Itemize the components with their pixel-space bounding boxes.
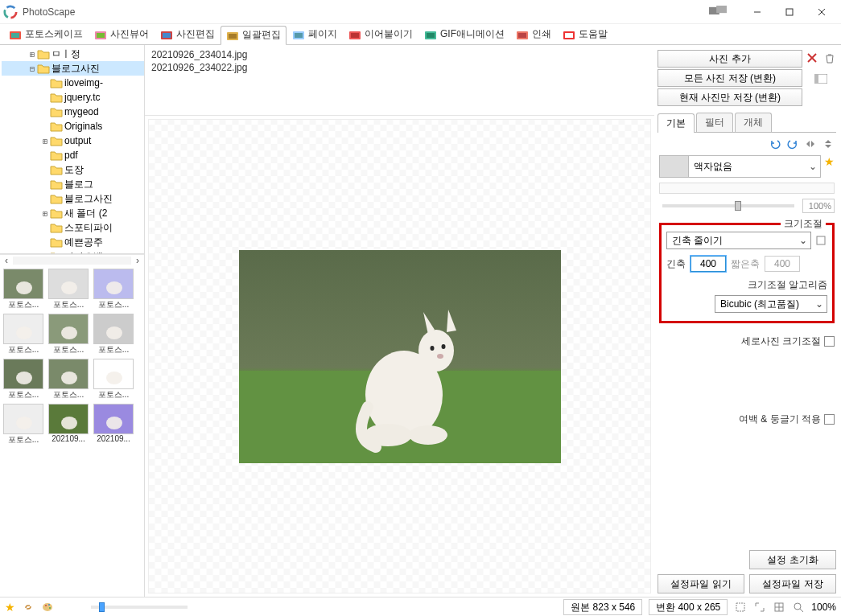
tree-item[interactable]: mygeod xyxy=(2,105,144,119)
monitors-icon[interactable] xyxy=(709,6,727,18)
save-current-button[interactable]: 현재 사진만 저장 (변환) xyxy=(658,88,802,106)
flip-v-icon[interactable] xyxy=(822,138,835,150)
sidebar-toggle-icon[interactable] xyxy=(814,72,827,85)
flip-h-icon[interactable] xyxy=(804,138,817,150)
tree-hscroll[interactable]: ‹ › xyxy=(0,254,144,265)
delete-icon[interactable] xyxy=(806,51,818,64)
main-tab-GIF애니메이션[interactable]: GIF애니메이션 xyxy=(418,25,510,44)
canvas-area[interactable] xyxy=(148,119,651,593)
magnify-icon[interactable] xyxy=(792,601,805,614)
tab-label: 인쇄 xyxy=(532,27,551,41)
frame-slider[interactable] xyxy=(659,183,835,194)
expand-icon[interactable] xyxy=(753,601,766,614)
chevron-down-icon[interactable]: ⌄ xyxy=(796,235,810,246)
tree-item[interactable]: 스포티파이 xyxy=(2,220,144,235)
thumbnail-grid[interactable]: 포토스...포토스...포토스...포토스...포토스...포토스...포토스.… xyxy=(0,265,144,597)
expand-icon[interactable]: ⊞ xyxy=(40,209,50,218)
chevron-down-icon[interactable]: ⌄ xyxy=(806,161,820,172)
star-icon[interactable]: ★ xyxy=(824,155,835,168)
resize-mode-select[interactable]: 긴축 줄이기 ⌄ xyxy=(666,232,811,249)
thumbnail-image xyxy=(3,404,43,434)
thumbnail[interactable]: 포토스... xyxy=(48,314,89,355)
grid-icon[interactable] xyxy=(773,601,785,614)
main-tab-일괄편집[interactable]: 일괄편집 xyxy=(221,26,287,45)
main-tab-사진편집[interactable]: 사진편집 xyxy=(155,25,221,44)
scroll-left-icon[interactable]: ‹ xyxy=(0,255,13,266)
opacity-slider[interactable] xyxy=(662,204,794,207)
tree-item[interactable]: ⊞output xyxy=(2,133,144,148)
expand-icon[interactable]: ⊞ xyxy=(27,50,37,59)
save-all-button[interactable]: 모든 사진 저장 (변환) xyxy=(658,69,802,87)
margin-round-checkbox[interactable] xyxy=(824,414,835,425)
zoom-slider[interactable] xyxy=(91,606,188,609)
thumbnail[interactable]: 포토스... xyxy=(3,314,43,355)
file-item[interactable]: 20210926_234022.jpg xyxy=(151,61,648,74)
long-side-input[interactable] xyxy=(691,256,726,272)
thumbnail[interactable]: 포토스... xyxy=(93,359,134,400)
thumbnail[interactable]: 포토스... xyxy=(3,269,43,310)
svg-point-42 xyxy=(61,372,77,384)
frame-select[interactable]: 액자없음 ⌄ xyxy=(659,155,821,178)
tree-item[interactable]: Originals xyxy=(2,119,144,133)
close-button[interactable] xyxy=(806,1,838,23)
thumbnail[interactable]: 202109... xyxy=(48,404,89,446)
portrait-resize-checkbox[interactable] xyxy=(824,336,835,347)
thumbnail[interactable]: 포토스... xyxy=(3,359,43,400)
tree-item[interactable]: iloveimg- xyxy=(2,76,144,90)
tree-item[interactable]: 블로그사진 xyxy=(2,191,144,206)
main-tab-포토스케이프[interactable]: 포토스케이프 xyxy=(3,25,89,44)
add-photo-button[interactable]: 사진 추가 xyxy=(658,50,802,68)
chevron-down-icon[interactable]: ⌄ xyxy=(812,298,827,310)
thumbnail[interactable]: 포토스... xyxy=(93,269,134,310)
folder-tree[interactable]: ⊞ㅁㅣ정⊟블로그사진iloveimg-jquery.tcmygeodOrigin… xyxy=(0,45,144,254)
main-tab-페이지[interactable]: 페이지 xyxy=(287,25,343,44)
maximize-button[interactable] xyxy=(773,1,806,23)
trash-icon[interactable] xyxy=(823,51,836,64)
link-icon[interactable] xyxy=(22,601,35,614)
tab-icon xyxy=(424,29,437,40)
palette-icon[interactable] xyxy=(41,601,54,614)
tree-item[interactable]: 블로그 xyxy=(2,177,144,191)
tab-filter[interactable]: 필터 xyxy=(696,113,733,132)
thumbnail[interactable]: 202109... xyxy=(93,404,134,446)
minimize-button[interactable] xyxy=(741,1,773,23)
main-tab-도움말[interactable]: 도움말 xyxy=(557,25,613,44)
resize-block: 크기조절 긴축 줄이기 ⌄ 긴축 짧은축 크기조절 알고리즘 xyxy=(659,223,835,323)
fit-icon[interactable] xyxy=(734,601,747,614)
main-tab-사진뷰어[interactable]: 사진뷰어 xyxy=(89,25,155,44)
tree-item[interactable]: 예쁜공주 xyxy=(2,235,144,249)
tree-item[interactable]: ⊟블로그사진 xyxy=(2,61,144,76)
tree-item[interactable]: jquery.tc xyxy=(2,90,144,105)
thumbnail-caption: 202109... xyxy=(48,434,89,443)
tree-item[interactable]: ⊞ㅁㅣ정 xyxy=(2,47,144,61)
algo-select[interactable]: Bicubic (최고품질) ⌄ xyxy=(715,295,827,313)
tree-item[interactable]: ⊞새 폴더 (2 xyxy=(2,206,144,220)
resize-extra-icon[interactable] xyxy=(814,234,827,247)
tab-object[interactable]: 개체 xyxy=(735,113,772,132)
tree-label: mygeod xyxy=(64,106,99,117)
main-tab-이어붙이기[interactable]: 이어붙이기 xyxy=(343,25,418,44)
save-config-button[interactable]: 설정파일 저장 xyxy=(749,574,836,593)
main-tab-인쇄[interactable]: 인쇄 xyxy=(510,25,557,44)
file-list[interactable]: 20210926_234014.jpg20210926_234022.jpg xyxy=(145,45,654,116)
folder-icon xyxy=(50,207,63,219)
right-panel: 사진 추가 모든 사진 저장 (변환) 현재 사진만 저장 (변환) 기본 필터… xyxy=(654,45,841,597)
tree-label: iloveimg- xyxy=(64,77,103,88)
redo-icon[interactable] xyxy=(786,138,799,150)
expand-icon[interactable]: ⊟ xyxy=(27,64,37,73)
favorite-icon[interactable]: ★ xyxy=(5,601,15,614)
undo-icon[interactable] xyxy=(769,138,781,150)
reset-settings-button[interactable]: 설정 초기화 xyxy=(749,550,836,569)
load-config-button[interactable]: 설정파일 읽기 xyxy=(658,574,744,593)
tab-basic[interactable]: 기본 xyxy=(658,113,695,133)
expand-icon[interactable]: ⊞ xyxy=(40,137,50,146)
thumbnail[interactable]: 포토스... xyxy=(48,359,89,400)
thumbnail[interactable]: 포토스... xyxy=(48,269,89,310)
thumbnail[interactable]: 포토스... xyxy=(93,314,134,355)
thumbnail[interactable]: 포토스... xyxy=(3,404,43,446)
tree-item[interactable]: 도장 xyxy=(2,162,144,177)
thumbnail-image xyxy=(3,314,43,344)
scroll-right-icon[interactable]: › xyxy=(131,255,144,266)
file-item[interactable]: 20210926_234014.jpg xyxy=(151,48,648,61)
tree-item[interactable]: pdf xyxy=(2,148,144,162)
